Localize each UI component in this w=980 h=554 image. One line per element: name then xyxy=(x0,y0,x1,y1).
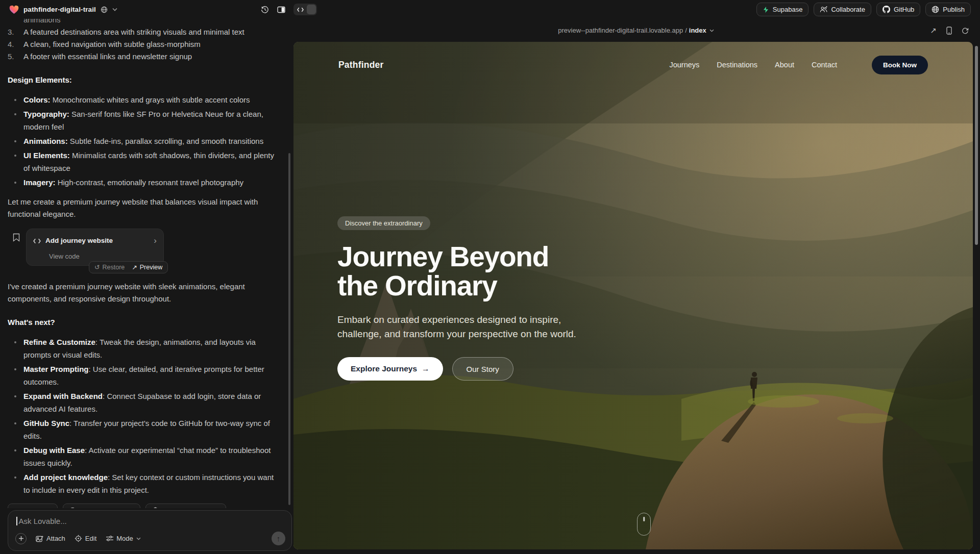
preview-header: preview--pathfinder-digital-trail.lovabl… xyxy=(292,19,980,42)
attach-button[interactable]: Attach xyxy=(36,535,65,542)
bullet-dot xyxy=(8,93,23,106)
our-story-button[interactable]: Our Story xyxy=(452,357,513,381)
bookmark-icon[interactable] xyxy=(13,233,20,242)
bullet-label: Colors: xyxy=(23,95,51,104)
item-number: 5. xyxy=(8,51,23,63)
site-brand[interactable]: Pathfinder xyxy=(338,60,384,70)
composer-placeholder: Ask Lovable... xyxy=(19,517,67,525)
explore-supabase-chip[interactable]: Explore Supabase xyxy=(63,503,140,508)
mode-selector[interactable]: Mode xyxy=(106,535,141,542)
artifact-row: Add journey website › View code ↺Restore… xyxy=(8,229,279,273)
text-caret xyxy=(16,517,17,525)
chevron-down-icon xyxy=(136,537,141,540)
add-button[interactable] xyxy=(15,533,27,544)
preview-button[interactable]: ↗Preview xyxy=(132,261,162,273)
bullet-label: Typography: xyxy=(23,110,69,118)
design-elements-list: Colors: Monochromatic whites and grays w… xyxy=(8,93,279,189)
mobile-phone-icon xyxy=(946,27,952,35)
right-arrow-icon: → xyxy=(422,364,430,373)
clipped-list-line: animations xyxy=(8,19,279,26)
our-story-label: Our Story xyxy=(467,365,499,373)
chat-message-area[interactable]: animations 3. A featured destinations ar… xyxy=(0,19,287,508)
list-item: Refine & Customize: Tweak the design, an… xyxy=(8,336,279,361)
refresh-icon xyxy=(962,27,969,34)
open-external-button[interactable]: ↗ xyxy=(930,26,937,35)
list-item: Debug with Ease: Activate our experiment… xyxy=(8,444,279,469)
project-menu[interactable]: pathfinder-digital-trail xyxy=(9,5,117,14)
sliders-icon xyxy=(106,535,113,542)
whats-next-list: Refine & Customize: Tweak the design, an… xyxy=(8,336,279,496)
chat-panel: animations 3. A featured destinations ar… xyxy=(0,19,292,554)
visit-docs-chip[interactable]: Visit docs xyxy=(8,503,58,508)
list-item: Imagery: High-contrast, emotionally reso… xyxy=(8,176,279,189)
item-number: 4. xyxy=(8,38,23,51)
bullet-dot xyxy=(8,363,23,388)
nav-link-journeys[interactable]: Journeys xyxy=(669,61,699,69)
chip-label: Manage knowledge xyxy=(163,507,220,508)
panel-toggle-button[interactable] xyxy=(277,6,285,14)
history-button[interactable] xyxy=(261,6,269,14)
collaborate-button[interactable]: Collaborate xyxy=(814,3,871,16)
plus-icon xyxy=(18,536,24,541)
list-item: Add project knowledge: Set key context o… xyxy=(8,471,279,496)
graduation-cap-icon xyxy=(152,507,159,508)
chevron-right-icon: › xyxy=(154,237,157,244)
select-target-icon xyxy=(75,535,82,542)
supabase-button[interactable]: Supabase xyxy=(756,3,809,16)
preview-scrollbar[interactable] xyxy=(975,46,978,245)
numbered-item-3: 3. A featured destinations area with str… xyxy=(8,26,279,38)
publish-button[interactable]: Publish xyxy=(925,3,971,16)
hero-title: Journey Beyond the Ordinary xyxy=(337,242,587,300)
mobile-view-button[interactable] xyxy=(946,27,952,35)
nav-link-about[interactable]: About xyxy=(775,61,794,69)
bullet-label: Expand with Backend xyxy=(23,392,103,400)
bullet-dot xyxy=(8,390,23,415)
code-view-toggle[interactable] xyxy=(293,4,317,15)
bullet-label: Add project knowledge xyxy=(23,473,108,482)
assistant-paragraph: I've created a premium journey website w… xyxy=(8,281,279,305)
explore-journeys-label: Explore Journeys xyxy=(351,364,417,373)
hero-badge: Discover the extraordinary xyxy=(337,216,430,230)
github-label: GitHub xyxy=(894,6,914,13)
list-item: Typography: San-serif fonts like SF Pro … xyxy=(8,108,279,133)
manage-knowledge-chip[interactable]: Manage knowledge xyxy=(145,503,227,508)
send-button[interactable]: ↑ xyxy=(272,532,285,545)
bullet-dot xyxy=(8,176,23,189)
restore-icon: ↺ xyxy=(94,261,100,273)
toggle-knob xyxy=(307,5,316,14)
item-text: A clean, fixed navigation with subtle gl… xyxy=(23,38,201,51)
artifact-card[interactable]: Add journey website › View code xyxy=(26,229,164,266)
panel-layout-icon xyxy=(277,6,285,14)
site-viewport: Pathfinder Journeys Destinations About C… xyxy=(293,42,973,549)
refresh-button[interactable] xyxy=(962,27,969,34)
list-item: Colors: Monochromatic whites and grays w… xyxy=(8,93,279,106)
preview-page-name[interactable]: index xyxy=(689,27,706,34)
book-now-button[interactable]: Book Now xyxy=(872,56,928,74)
bullet-dot xyxy=(8,149,23,174)
chat-composer[interactable]: Ask Lovable... Attach Edit Mode ↑ xyxy=(8,510,292,551)
code-icon xyxy=(33,238,41,244)
explore-journeys-button[interactable]: Explore Journeys → xyxy=(337,357,443,381)
bullet-dot xyxy=(8,417,23,442)
numbered-item-4: 4. A clean, fixed navigation with subtle… xyxy=(8,38,279,51)
site-nav: Pathfinder Journeys Destinations About C… xyxy=(293,42,973,88)
image-icon xyxy=(36,535,43,542)
chat-scrollbar[interactable] xyxy=(288,153,290,505)
restore-button[interactable]: ↺Restore xyxy=(94,261,125,273)
collaborate-label: Collaborate xyxy=(831,6,865,13)
edit-button[interactable]: Edit xyxy=(75,535,96,542)
bullet-dot xyxy=(8,108,23,133)
bullet-label: GitHub Sync xyxy=(23,419,69,427)
nav-link-contact[interactable]: Contact xyxy=(812,61,837,69)
item-text: A featured destinations area with striki… xyxy=(23,26,244,38)
app-topbar: pathfinder-digital-trail Supabase Col xyxy=(0,0,980,19)
edit-label: Edit xyxy=(85,535,96,542)
design-elements-heading: Design Elements: xyxy=(8,74,279,86)
github-button[interactable]: GitHub xyxy=(876,3,920,16)
url-separator: / xyxy=(685,27,687,34)
hero-title-line2: the Ordinary xyxy=(337,270,497,301)
chip-label: Visit docs xyxy=(23,507,52,508)
artifact-title: Add journey website xyxy=(45,235,113,247)
nav-link-destinations[interactable]: Destinations xyxy=(717,61,757,69)
attach-label: Attach xyxy=(46,535,65,542)
